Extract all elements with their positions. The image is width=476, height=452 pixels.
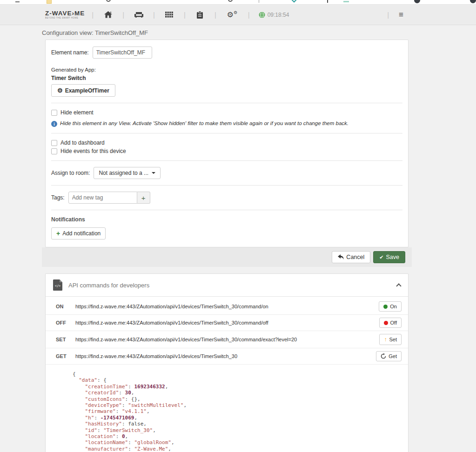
- assign-room-value: Not assigned to a ...: [99, 170, 148, 176]
- add-to-dashboard-checkbox[interactable]: [51, 140, 57, 146]
- element-name-input[interactable]: [93, 47, 152, 59]
- top-navbar: Z-WAVE›ME BEYOND THE SMART HOME | | | |: [0, 5, 476, 25]
- code-line: "creatorId": 30,: [73, 390, 408, 396]
- bookmark-fragment: [327, 0, 328, 3]
- server-time: 09:18:54: [259, 12, 289, 18]
- bookmark-folder-fragment: [47, 0, 52, 4]
- nav-divider: |: [122, 11, 124, 19]
- rooms-sofa-icon[interactable]: [134, 10, 143, 20]
- chevron-up-icon[interactable]: [396, 283, 401, 288]
- save-button[interactable]: ✔ Save: [373, 251, 405, 263]
- api-row-off: OFFhttps://find.z-wave.me:443/ZAutomatio…: [46, 315, 408, 331]
- assign-room-label: Assign to room:: [51, 170, 90, 176]
- bookmark-fragment: [343, 1, 349, 2]
- add-notification-label: Add notification: [62, 230, 101, 237]
- menu-hamburger-icon[interactable]: ≡: [396, 9, 406, 20]
- nav-divider: |: [184, 11, 186, 19]
- hide-element-checkbox[interactable]: [51, 110, 57, 116]
- back-arrow-icon: [338, 254, 344, 260]
- set-command-button[interactable]: ↑Set: [379, 334, 402, 345]
- divider: [51, 210, 402, 210]
- on-command-button[interactable]: On: [379, 301, 402, 312]
- api-commands-title: API commands for developers: [68, 282, 149, 289]
- save-label: Save: [386, 254, 400, 260]
- time-text: 09:18:54: [268, 12, 289, 18]
- app-name: Timer Switch: [51, 75, 402, 81]
- code-line: {: [73, 371, 408, 377]
- check-icon: ✔: [379, 254, 383, 260]
- apps-gears-icon[interactable]: ⚙⚙: [226, 10, 238, 20]
- api-rows: ONhttps://find.z-wave.me:443/ZAutomation…: [46, 297, 408, 365]
- arrow-up-icon: ↑: [384, 336, 387, 343]
- api-url-text: https://find.z-wave.me:443/ZAutomation/a…: [75, 353, 376, 359]
- api-row-on: ONhttps://find.z-wave.me:443/ZAutomation…: [46, 299, 408, 315]
- gear-icon: ⚙: [57, 87, 63, 94]
- tags-input[interactable]: [68, 192, 137, 204]
- api-method-label: OFF: [56, 320, 75, 326]
- code-file-icon: </>: [53, 279, 62, 291]
- code-line: "id": "TimerSwitch_30",: [73, 427, 408, 433]
- code-line: "locationName": "globalRoom",: [73, 439, 408, 445]
- api-url-text: https://find.z-wave.me:443/ZAutomation/a…: [75, 337, 379, 342]
- code-line: "h": -1745471069,: [73, 415, 408, 421]
- divider: [51, 160, 402, 161]
- nav-divider: |: [92, 11, 94, 19]
- nav-divider: |: [153, 11, 155, 19]
- bookmark-fragment: [106, 0, 111, 2]
- globe-icon: [259, 12, 265, 18]
- cancel-button[interactable]: Cancel: [332, 251, 370, 263]
- element-name-label: Element name:: [51, 49, 89, 56]
- hide-events-checkbox[interactable]: [51, 148, 57, 154]
- configuration-card: Element name: Generated by App: Timer Sw…: [45, 40, 409, 247]
- bookmark-fragment: [470, 0, 476, 3]
- tags-label: Tags:: [51, 194, 65, 201]
- hide-element-label: Hide element: [60, 109, 94, 116]
- chevron-down-icon: [152, 172, 155, 174]
- app-instance-button[interactable]: ⚙ ExampleOfTimer: [51, 84, 115, 97]
- api-button-label: Off: [390, 320, 397, 326]
- cancel-label: Cancel: [346, 254, 364, 260]
- elements-grid-icon[interactable]: [165, 10, 174, 20]
- status-dot-icon: [384, 321, 388, 325]
- add-tag-button[interactable]: +: [137, 192, 150, 204]
- get-command-button[interactable]: Get: [376, 351, 402, 361]
- svg-text:</>: </>: [55, 284, 61, 288]
- add-notification-button[interactable]: + Add notification: [51, 227, 106, 239]
- hide-events-label: Hide events for this device: [60, 148, 126, 154]
- logo-tagline: BEYOND THE SMART HOME: [45, 17, 85, 20]
- browser-bookmarks-strip: [0, 0, 476, 5]
- page-title: Configuration view: TimerSwitchOff_MF: [42, 25, 412, 40]
- api-url-text: https://find.z-wave.me:443/ZAutomation/a…: [75, 304, 379, 309]
- nav-divider: |: [248, 11, 250, 19]
- bookmark-fragment: [291, 0, 296, 3]
- api-button-label: Set: [389, 337, 397, 342]
- api-row-get: GEThttps://find.z-wave.me:443/ZAutomatio…: [46, 348, 408, 365]
- plus-icon: +: [56, 230, 60, 237]
- divider: [51, 133, 402, 133]
- assign-room-dropdown[interactable]: Not assigned to a ...: [94, 167, 161, 179]
- code-line: "firmware": "v4.1.1",: [73, 408, 408, 414]
- app-instance-label: ExampleOfTimer: [65, 87, 109, 94]
- api-method-label: SET: [56, 337, 75, 342]
- form-footer: Cancel ✔ Save: [42, 247, 412, 267]
- nav-divider: |: [387, 11, 389, 19]
- logo-text: Z-WAVE›ME: [45, 10, 85, 17]
- info-icon: i: [51, 121, 57, 127]
- api-url-text: https://find.z-wave.me:443/ZAutomation/a…: [75, 320, 379, 326]
- home-icon[interactable]: [103, 10, 113, 20]
- off-command-button[interactable]: Off: [379, 318, 402, 328]
- generated-by-label: Generated by App:: [51, 67, 402, 73]
- events-clipboard-icon[interactable]: [195, 10, 205, 20]
- code-line: "manufacturer": "Z-Wave.Me",: [73, 446, 408, 452]
- code-line: "creationTime": 1692346332,: [73, 384, 408, 390]
- bookmark-fragment: [414, 0, 420, 3]
- bookmark-fragment: [15, 1, 20, 2]
- api-row-set: SEThttps://find.z-wave.me:443/ZAutomatio…: [46, 331, 408, 348]
- bookmark-fragment: [228, 0, 233, 2]
- api-button-label: Get: [389, 353, 397, 359]
- code-line: "hasHistory": false,: [73, 421, 408, 427]
- code-line: "location": 0,: [73, 433, 408, 439]
- bookmark-fragment: [259, 0, 259, 3]
- zwaveme-logo[interactable]: Z-WAVE›ME BEYOND THE SMART HOME: [45, 10, 85, 20]
- api-commands-header[interactable]: </> API commands for developers: [46, 274, 408, 297]
